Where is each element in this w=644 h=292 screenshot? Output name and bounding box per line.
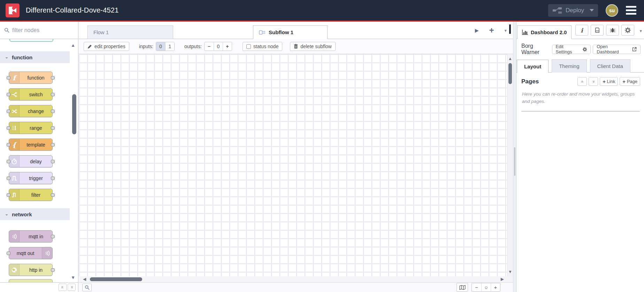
horizontal-scrollbar-thumb[interactable] [90,277,142,281]
palette-node-switch[interactable]: switch [9,88,53,100]
palette-node-mqtt-out[interactable]: mqtt out [9,247,53,259]
trigger-icon [11,175,17,181]
switch-icon [11,91,17,98]
search-flows-button[interactable] [82,284,92,291]
palette-node-trigger[interactable]: trigger [9,172,53,184]
chevron-down-icon: ⌄ [5,55,8,59]
edit-settings-button[interactable]: Edit Settings [552,45,591,54]
book-icon [595,28,600,33]
zoom-controls: − ○ + [472,283,500,292]
workspace-area: Flow 1 Subflow 1 ▶ + ▾ edit properties i… [79,22,513,292]
palette-scrollbar-thumb[interactable] [72,94,76,134]
outputs-stepper: − 0 + [204,42,232,51]
tab-dashboard-2[interactable]: Dashboard 2.0 [517,25,572,39]
main-menu-icon[interactable] [626,6,636,15]
collapse-all-categories-button[interactable]: « [59,284,67,291]
palette-node-filter[interactable]: filter [9,189,53,201]
inputs-option-0[interactable]: 0 [156,42,165,51]
dashboard-tabs: Layout Theming Client Data [516,59,644,73]
outputs-decrease-button[interactable]: − [205,42,214,51]
deploy-options-caret[interactable] [590,9,594,12]
expand-all-categories-button[interactable]: « [68,284,76,291]
node-input-port [7,110,10,113]
filter-nodes-input[interactable] [12,27,64,33]
pages-help-text: Here you can re-order and move your widg… [516,89,644,105]
flowfuse-logo-icon[interactable] [6,3,20,17]
collapse-all-pages-button[interactable]: « [577,77,587,86]
status-node-checkbox[interactable] [246,44,251,49]
help-sidebar-button[interactable] [591,25,604,36]
add-link-button[interactable]: + Link [600,77,618,86]
node-input-port [7,143,10,147]
tab-subflow-1[interactable]: Subflow 1 [253,25,328,39]
instance-name: Borg Warner [521,43,552,55]
plus-icon: + [603,79,605,84]
palette-node-mqtt-in[interactable]: mqtt in [9,230,53,242]
tab-theming[interactable]: Theming [552,59,586,73]
open-dashboard-button[interactable]: Open Dashboard [593,45,641,54]
scroll-down-icon[interactable]: ▼ [508,269,512,274]
canvas-horizontal-scrollbar[interactable]: ◀ ▶ [79,276,513,282]
expand-all-pages-button[interactable]: « [589,77,598,86]
add-page-button[interactable]: + Page [620,77,640,86]
palette-section-function[interactable]: ⌄ function [0,51,70,63]
scroll-left-icon[interactable]: ◀ [83,277,86,282]
palette-search-box[interactable] [0,22,78,39]
node-input-port [7,160,10,163]
outputs-label: outputs: [184,44,202,49]
inputs-option-1[interactable]: 1 [165,42,174,51]
debug-sidebar-button[interactable] [606,25,619,36]
palette-node-delay[interactable]: delay [9,155,53,167]
edit-properties-button[interactable]: edit properties [84,42,129,51]
palette-node-range[interactable]: range [9,122,53,134]
external-link-icon [632,47,637,52]
outputs-increase-button[interactable]: + [223,42,232,51]
node-palette: ▲ ⌄ function f function [0,22,78,292]
palette-scroll-down-icon[interactable]: ▼ [71,275,75,280]
flow-canvas[interactable]: ▲ ▼ [79,54,513,276]
deploy-button[interactable]: Deploy [548,4,598,17]
divider [521,111,640,112]
palette-node-template[interactable]: { template [9,138,53,151]
scroll-right-icon[interactable]: ▶ [501,277,504,282]
tab-client-data[interactable]: Client Data [590,59,630,73]
text-cursor [509,24,511,34]
add-flow-button[interactable]: + [489,27,494,34]
canvas-vertical-scrollbar[interactable]: ▲ ▼ [507,54,513,276]
palette-node-change[interactable]: change [9,105,53,117]
inputs-toggle: 0 1 [156,42,175,51]
header-bar: Different-Collared-Dove-4521 Deploy su [0,0,644,22]
status-node-toggle[interactable]: status node [243,42,282,51]
gear-icon [625,27,631,33]
palette-node-partial[interactable] [9,279,53,282]
bar-chart-icon [522,30,528,35]
scroll-up-icon[interactable]: ▲ [508,56,512,61]
navigator-toggle-button[interactable] [457,283,468,292]
node-input-port [7,177,10,180]
user-avatar[interactable]: su [606,4,618,17]
zoom-in-button[interactable]: + [491,283,500,291]
partially-scrolled-node[interactable] [9,39,53,42]
vertical-scrollbar-thumb[interactable] [508,63,512,84]
flow-tabbar: Flow 1 Subflow 1 ▶ + ▾ [79,22,513,39]
resize-grip[interactable] [514,147,515,176]
palette-scroll-area[interactable]: ▲ ⌄ function f function [0,39,78,282]
palette-section-network[interactable]: ⌄ network [0,208,70,220]
flow-list-caret[interactable]: ▾ [504,28,507,33]
node-input-port [7,252,10,255]
zoom-reset-button[interactable]: ○ [481,283,491,291]
config-nodes-button[interactable] [621,25,634,36]
tab-layout[interactable]: Layout [517,60,549,73]
palette-scroll-up-icon[interactable]: ▲ [71,43,75,48]
delete-subflow-button[interactable]: delete subflow [290,42,336,51]
info-sidebar-button[interactable]: i [575,25,588,36]
node-output-port [51,235,55,238]
sidebar-resize-handle[interactable] [513,22,516,292]
palette-node-function[interactable]: f function [9,72,53,84]
palette-node-http-in[interactable]: http in [9,264,53,276]
sidebar-options-caret[interactable]: ▾ [639,28,642,33]
scroll-tabs-right-icon[interactable]: ▶ [475,28,479,33]
zoom-out-button[interactable]: − [472,283,481,291]
tab-flow-1[interactable]: Flow 1 [87,25,173,39]
node-output-port [51,193,55,197]
